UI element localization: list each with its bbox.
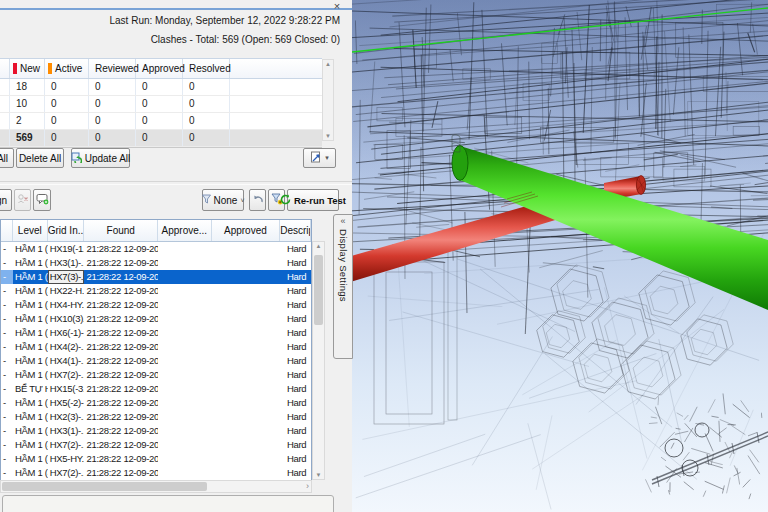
grid-cell: HX19(-1... [48, 242, 85, 256]
scrollbar-thumb[interactable] [2, 482, 207, 491]
grid-cell: HX15(-3... [48, 382, 85, 396]
grid-cell: HX5(-2)-... [48, 396, 85, 410]
table-row[interactable]: -HẦM 1 (3)HX22-H...21:28:22 12-09-2022Ha… [1, 284, 311, 298]
description-cell: Hard [280, 298, 311, 312]
approved-by-cell [158, 354, 212, 368]
approved-cell [212, 410, 281, 424]
row-marker: - [1, 354, 13, 368]
summary-row[interactable]: 20000 [0, 113, 322, 130]
summary-cell-cut [0, 130, 10, 146]
approved-cell [212, 466, 281, 480]
approved-cell [212, 256, 281, 270]
clashes-total-label: Clashes - Total: 569 (Open: 569 Closed: … [151, 34, 340, 45]
report-menu-button[interactable]: ▾ [303, 148, 336, 168]
table-row[interactable]: -HẦM 1 (3)HX3(1)-...21:28:22 12-09-2022H… [1, 424, 311, 438]
results-column-header[interactable]: Grid In... [48, 220, 85, 241]
table-row[interactable]: -HẦM 1 (3)HX5-HY...21:28:22 12-09-2022Ha… [1, 452, 311, 466]
scroll-down-icon[interactable]: ▼ [316, 471, 322, 479]
scrollbar-thumb[interactable] [314, 255, 323, 325]
summary-cell: 0 [45, 130, 89, 146]
scroll-up-icon[interactable]: ▲ [316, 242, 322, 250]
description-cell: Hard [280, 368, 311, 382]
table-row[interactable]: -HẦM 1 (3)HX7(3)-...21:28:22 12-09-2022H… [1, 270, 311, 284]
results-column-header[interactable]: Approve... [158, 220, 212, 241]
results-column-header[interactable]: Found [84, 220, 158, 241]
scroll-up-icon[interactable]: ▲ [325, 60, 331, 68]
summary-row[interactable]: 100000 [0, 96, 322, 113]
filter-value: None [214, 195, 238, 206]
close-icon[interactable]: × [330, 0, 344, 14]
approved-by-cell [158, 452, 212, 466]
items-section [2, 495, 334, 512]
summary-cell: 0 [89, 113, 136, 129]
table-row[interactable]: -HẦM 1 (3)HX2(3)-...21:28:22 12-09-2022H… [1, 410, 311, 424]
grid-cell: HX4-HY... [48, 298, 85, 312]
unassign-button[interactable] [14, 189, 31, 211]
table-row[interactable]: -BỂ TỰ H...HX15(-3...21:28:22 12-09-2022… [1, 382, 311, 396]
approved-cell [212, 312, 281, 326]
summary-cell-filler [230, 79, 322, 95]
summary-column-header[interactable]: Active [45, 59, 89, 78]
display-settings-tab[interactable]: « Display Settings [333, 214, 353, 359]
approved-by-cell [158, 438, 212, 452]
results-column-header[interactable]: Descripti [280, 220, 311, 241]
level-cell: HẦM 1 (3) [13, 396, 48, 410]
scroll-right-icon[interactable]: › [306, 481, 309, 492]
assign-button[interactable]: gn [0, 189, 12, 211]
summary-cell-filler [230, 130, 322, 146]
approved-cell [212, 326, 281, 340]
found-cell: 21:28:22 12-09-2022 [84, 298, 158, 312]
table-row[interactable]: -HẦM 1 (4)HX7(2)-...21:28:22 12-09-2022H… [1, 438, 311, 452]
reset-results-button[interactable] [249, 189, 266, 211]
summary-column-header[interactable]: Approved [136, 59, 183, 78]
table-row[interactable]: -HẦM 1 (3)HX4(1)-...21:28:22 12-09-2022H… [1, 354, 311, 368]
scroll-down-icon[interactable]: ▼ [325, 132, 331, 140]
table-row[interactable]: -HẦM 1 (3)HX19(-1...21:28:22 12-09-2022H… [1, 242, 311, 256]
approved-cell [212, 438, 281, 452]
table-row[interactable]: -HẦM 1 (3)HX6(-1)-...21:28:22 12-09-2022… [1, 326, 311, 340]
approved-cell [212, 368, 281, 382]
summary-cell-cut [0, 96, 10, 112]
results-header-cut [1, 220, 13, 241]
summary-column-label: Approved [142, 63, 185, 74]
summary-cell: 0 [183, 96, 230, 112]
viewport-3d[interactable] [352, 0, 768, 512]
table-row[interactable]: -HẦM 1 (4)HX7(2)-...21:28:22 12-09-2022H… [1, 466, 311, 480]
clash-results-table: LevelGrid In...FoundApprove...ApprovedDe… [0, 219, 312, 481]
results-horizontal-scrollbar[interactable]: › [0, 480, 312, 493]
filter-dropdown[interactable]: None ˅ [202, 189, 244, 211]
rerun-test-button[interactable]: Re-run Test [287, 189, 339, 211]
approved-cell [212, 354, 281, 368]
delete-all-button[interactable]: Delete All [16, 148, 64, 168]
description-cell: Hard [280, 256, 311, 270]
table-row[interactable]: -HẦM 1 (3)HX3(1)-...21:28:22 12-09-2022H… [1, 256, 311, 270]
table-row[interactable]: -HẦM 1 (3)HX4(2)-...21:28:22 12-09-2022H… [1, 340, 311, 354]
approved-by-cell [158, 340, 212, 354]
approved-by-cell [158, 466, 212, 480]
approved-by-cell [158, 256, 212, 270]
compact-all-button[interactable]: t All [0, 148, 14, 168]
add-comment-button[interactable] [33, 189, 51, 211]
results-vertical-scrollbar[interactable]: ▲ ▼ [312, 241, 325, 480]
approved-cell [212, 340, 281, 354]
summary-column-header[interactable]: New [10, 59, 45, 78]
summary-cell: 0 [183, 113, 230, 129]
summary-column-header[interactable]: Reviewed [89, 59, 136, 78]
summary-scrollbar[interactable]: ▲ ▼ [322, 59, 334, 141]
row-marker: - [1, 368, 13, 382]
results-column-header[interactable]: Level [13, 220, 48, 241]
summary-row[interactable]: 5690000 [0, 130, 322, 147]
row-marker: - [1, 410, 13, 424]
summary-row[interactable]: 180000 [0, 79, 322, 96]
table-row[interactable]: -HẦM 1 (3)HX10(3)...21:28:22 12-09-2022H… [1, 312, 311, 326]
chevron-left-icon: « [340, 215, 345, 227]
level-cell: HẦM 1 (3) [13, 312, 48, 326]
summary-header-row: NewActiveReviewedApprovedResolved [0, 59, 322, 79]
results-column-header[interactable]: Approved [212, 220, 281, 241]
table-row[interactable]: -HẦM 1 (3)HX5(-2)-...21:28:22 12-09-2022… [1, 396, 311, 410]
update-all-button[interactable]: Update All [71, 148, 130, 168]
table-row[interactable]: -HẦM 1 (3)HX4-HY...21:28:22 12-09-2022Ha… [1, 298, 311, 312]
table-row[interactable]: -HẦM 1 (3)HX7(2)-...21:28:22 12-09-2022H… [1, 368, 311, 382]
summary-cell: 18 [10, 79, 45, 95]
summary-column-header[interactable]: Resolved [183, 59, 230, 78]
